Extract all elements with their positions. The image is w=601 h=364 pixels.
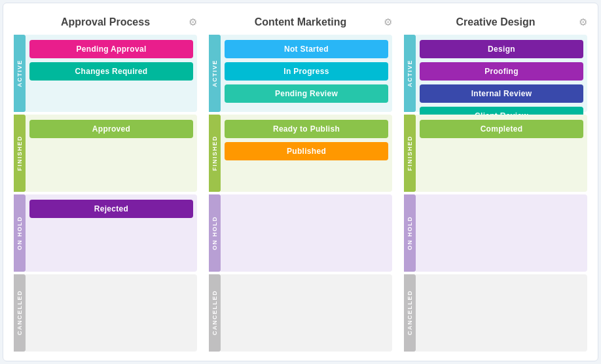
section-content-content-marketing-finished: Ready to PublishPublished xyxy=(221,115,392,192)
section-label-content-marketing-onhold: ON HOLD xyxy=(209,194,221,272)
section-content-approval-process-onhold: Rejected xyxy=(26,194,197,272)
status-btn-creative-design-finished-0[interactable]: Completed xyxy=(420,120,583,138)
sections-content-marketing: ACTIVENot StartedIn ProgressPending Revi… xyxy=(209,35,392,352)
col-title-content-marketing: Content Marketing xyxy=(255,16,346,28)
section-label-creative-design-cancelled: CANCELLED xyxy=(404,274,416,352)
status-btn-content-marketing-active-0[interactable]: Not Started xyxy=(225,40,388,58)
section-content-creative-design-cancelled xyxy=(416,274,587,352)
section-content-marketing-active: ACTIVENot StartedIn ProgressPending Revi… xyxy=(209,35,392,112)
section-label-approval-process-cancelled: CANCELLED xyxy=(14,274,26,352)
column-approval-process: Approval Process⚙ACTIVEPending ApprovalC… xyxy=(14,12,197,352)
status-btn-approval-process-active-0[interactable]: Pending Approval xyxy=(29,40,193,58)
section-label-content-marketing-active: ACTIVE xyxy=(209,35,221,112)
status-btn-creative-design-active-2[interactable]: Internal Review xyxy=(420,84,583,103)
section-content-marketing-cancelled: CANCELLED xyxy=(209,274,392,352)
column-content-marketing: Content Marketing⚙ACTIVENot StartedIn Pr… xyxy=(209,12,392,352)
section-approval-process-finished: FINISHEDApproved xyxy=(14,115,197,192)
section-label-content-marketing-finished: FINISHED xyxy=(209,115,221,192)
section-approval-process-onhold: ON HOLDRejected xyxy=(14,194,197,272)
col-header-approval-process: Approval Process⚙ xyxy=(14,12,197,35)
status-btn-content-marketing-finished-0[interactable]: Ready to Publish xyxy=(225,120,388,138)
section-label-approval-process-active: ACTIVE xyxy=(14,35,26,112)
section-content-approval-process-cancelled xyxy=(26,274,197,352)
status-btn-approval-process-active-1[interactable]: Changes Required xyxy=(29,62,193,81)
col-title-approval-process: Approval Process xyxy=(61,16,150,28)
section-content-marketing-onhold: ON HOLD xyxy=(209,194,392,272)
section-creative-design-onhold: ON HOLD xyxy=(404,194,587,272)
section-approval-process-cancelled: CANCELLED xyxy=(14,274,197,352)
section-label-approval-process-onhold: ON HOLD xyxy=(14,194,26,272)
section-content-content-marketing-active: Not StartedIn ProgressPending Review xyxy=(221,35,392,112)
status-btn-approval-process-onhold-0[interactable]: Rejected xyxy=(29,200,193,218)
section-label-creative-design-onhold: ON HOLD xyxy=(404,194,416,272)
status-btn-content-marketing-active-1[interactable]: In Progress xyxy=(225,62,388,81)
gear-icon-approval-process[interactable]: ⚙ xyxy=(189,16,197,28)
section-content-content-marketing-cancelled xyxy=(221,274,392,352)
section-content-approval-process-finished: Approved xyxy=(26,115,197,192)
section-label-creative-design-finished: FINISHED xyxy=(404,115,416,192)
section-content-creative-design-active: DesignProofingInternal ReviewClient Revi… xyxy=(416,35,587,112)
col-header-creative-design: Creative Design⚙ xyxy=(404,12,587,35)
section-label-creative-design-active: ACTIVE xyxy=(404,35,416,112)
section-approval-process-active: ACTIVEPending ApprovalChanges Required xyxy=(14,35,197,112)
status-btn-creative-design-active-0[interactable]: Design xyxy=(420,40,583,58)
section-label-approval-process-finished: FINISHED xyxy=(14,115,26,192)
section-content-approval-process-active: Pending ApprovalChanges Required xyxy=(26,35,197,112)
status-btn-content-marketing-active-2[interactable]: Pending Review xyxy=(225,84,388,103)
status-btn-approval-process-finished-0[interactable]: Approved xyxy=(29,120,193,138)
sections-creative-design: ACTIVEDesignProofingInternal ReviewClien… xyxy=(404,35,587,352)
section-creative-design-cancelled: CANCELLED xyxy=(404,274,587,352)
gear-icon-creative-design[interactable]: ⚙ xyxy=(579,16,587,28)
col-title-creative-design: Creative Design xyxy=(456,16,536,28)
kanban-board: Approval Process⚙ACTIVEPending ApprovalC… xyxy=(3,3,598,361)
section-content-content-marketing-onhold xyxy=(221,194,392,272)
section-creative-design-active: ACTIVEDesignProofingInternal ReviewClien… xyxy=(404,35,587,112)
status-btn-creative-design-active-1[interactable]: Proofing xyxy=(420,62,583,81)
gear-icon-content-marketing[interactable]: ⚙ xyxy=(384,16,392,28)
section-content-creative-design-finished: Completed xyxy=(416,115,587,192)
section-label-content-marketing-cancelled: CANCELLED xyxy=(209,274,221,352)
status-btn-content-marketing-finished-1[interactable]: Published xyxy=(225,142,388,160)
section-content-marketing-finished: FINISHEDReady to PublishPublished xyxy=(209,115,392,192)
col-header-content-marketing: Content Marketing⚙ xyxy=(209,12,392,35)
column-creative-design: Creative Design⚙ACTIVEDesignProofingInte… xyxy=(404,12,587,352)
section-content-creative-design-onhold xyxy=(416,194,587,272)
sections-approval-process: ACTIVEPending ApprovalChanges RequiredFI… xyxy=(14,35,197,352)
section-creative-design-finished: FINISHEDCompleted xyxy=(404,115,587,192)
